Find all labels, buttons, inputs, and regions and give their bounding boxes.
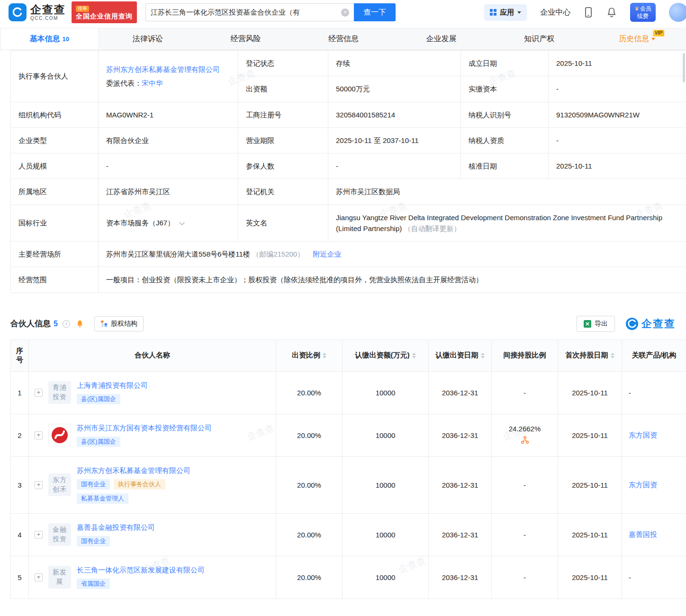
- column-header-sortable[interactable]: 出资比例: [276, 339, 343, 371]
- search-input[interactable]: [151, 9, 341, 17]
- sort-icon[interactable]: [412, 353, 416, 358]
- excel-icon: [584, 320, 591, 328]
- partner-name-link[interactable]: 苏州东方创禾私募基金管理有限公司: [77, 466, 190, 475]
- tab-history-info[interactable]: VIP 历史信息: [588, 28, 686, 50]
- tab-company-development[interactable]: 企业发展: [392, 28, 490, 50]
- subscribed-amount: 10000: [343, 556, 429, 598]
- row-index: 2: [11, 414, 29, 456]
- partner-name-link[interactable]: 长三角一体化示范区新发展建设有限公司: [77, 566, 205, 575]
- enterprise-center-link[interactable]: 企业中心: [540, 8, 570, 18]
- field-label: 登记机关: [238, 179, 328, 205]
- column-header-sortable[interactable]: 认缴出资额(万元): [343, 339, 429, 371]
- basic-info-table: 执行事务合伙人 苏州东方创禾私募基金管理有限公司 委派代表：宋中华 登记状态 存…: [10, 50, 686, 293]
- row-index: 5: [11, 556, 29, 598]
- partner-avatar: 东方创禾: [48, 473, 71, 496]
- delegate-name-link[interactable]: 宋中华: [142, 79, 163, 87]
- related-product-link[interactable]: 东方国资: [629, 481, 657, 489]
- related-product-link[interactable]: 嘉善国投: [629, 530, 657, 538]
- auto-translate-refresh-link[interactable]: （自动翻译更新）: [404, 224, 460, 232]
- field-value: 资本市场服务（J67）: [99, 205, 238, 241]
- partner-logo: [48, 424, 71, 446]
- field-label: 组织机构代码: [11, 102, 99, 127]
- related-product-link[interactable]: 东方国资: [629, 431, 657, 439]
- subscribed-date: 2036-12-31: [429, 556, 492, 598]
- indirect-ratio: -: [492, 456, 558, 513]
- equity-structure-button[interactable]: 股权结构: [94, 316, 144, 331]
- nearby-companies-link[interactable]: 附近企业: [313, 250, 341, 258]
- member-renew-badge[interactable]: ♛会员 续费: [630, 3, 656, 22]
- search-bar: × 查一下: [145, 3, 396, 21]
- mobile-app-icon[interactable]: [584, 7, 593, 18]
- subscribed-date: 2036-12-31: [429, 456, 492, 513]
- subscribed-amount: 10000: [343, 414, 429, 456]
- qcc-logo-name: 企查查: [30, 4, 66, 15]
- qcc-logo[interactable]: 企查查 QCC.COM: [9, 3, 66, 21]
- field-value: 苏州市吴江区数据局: [328, 179, 686, 205]
- first-holding-date: 2025-10-11: [558, 456, 622, 513]
- subscribed-date: 2036-12-31: [429, 513, 492, 556]
- apps-menu[interactable]: 应用: [484, 4, 527, 21]
- grid-icon: [490, 9, 496, 16]
- tab-business-risk[interactable]: 经营风险: [197, 28, 295, 50]
- expand-row-button[interactable]: +: [35, 481, 43, 489]
- first-holding-date: 2025-10-11: [558, 371, 622, 414]
- column-header: 间接持股比例: [492, 339, 558, 371]
- indirect-ratio: -: [492, 371, 558, 414]
- expand-row-button[interactable]: +: [35, 431, 43, 439]
- tab-count-badge: 10: [63, 36, 69, 43]
- monitor-bell-icon[interactable]: [76, 320, 84, 328]
- subscribed-amount: 10000: [343, 371, 429, 414]
- industry-expand-icon[interactable]: [180, 220, 185, 225]
- notifications-bell-icon[interactable]: [606, 7, 617, 18]
- column-header-sortable[interactable]: 首次持股日期: [558, 339, 622, 371]
- clear-search-icon[interactable]: ×: [341, 9, 349, 17]
- tab-bar: 基本信息 10 法律诉讼 经营风险 经营信息 企业发展 知识产权 VIP 历史信…: [0, 28, 686, 50]
- column-header: 序号: [11, 339, 29, 371]
- field-value: -: [99, 153, 238, 179]
- org-chart-icon: [100, 320, 108, 327]
- field-value: 苏州市吴江区黎里镇汾湖大道558号6号楼11楼 （邮编215200） 附近企业: [99, 241, 686, 267]
- capital-ratio: 20.00%: [276, 414, 343, 456]
- partner-name-link[interactable]: 嘉善县金融投资有限公司: [77, 523, 155, 532]
- tab-intellectual-property[interactable]: 知识产权: [490, 28, 588, 50]
- export-button[interactable]: 导出: [577, 316, 615, 332]
- tab-business-info[interactable]: 经营信息: [295, 28, 393, 50]
- partners-title: 合伙人信息: [10, 318, 51, 329]
- capital-ratio: 20.00%: [276, 513, 343, 556]
- scrollbar-thumb[interactable]: [683, 53, 685, 82]
- info-icon[interactable]: i: [63, 320, 70, 328]
- subscribed-amount: 10000: [343, 513, 429, 556]
- expand-row-button[interactable]: +: [35, 531, 43, 539]
- partners-section-header: 合伙人信息 5 i 股权结构 导出: [10, 316, 676, 332]
- partner-tag: 国有企业: [77, 479, 110, 490]
- exec-partner-company-link[interactable]: 苏州东方创禾私募基金管理有限公司: [106, 65, 220, 73]
- table-row: 2 + 苏州市吴江东方国有资本投资经营有限公司 县(区)属国企: [11, 414, 686, 456]
- user-avatar[interactable]: [669, 3, 686, 22]
- expand-row-button[interactable]: +: [35, 389, 43, 397]
- partner-name-link[interactable]: 上海青浦投资有限公司: [77, 381, 148, 390]
- table-row: 5 + 新发展 长三角一体化示范区新发展建设有限公司 省属国企 20.00% 1…: [11, 556, 686, 598]
- expand-row-button[interactable]: +: [35, 573, 43, 581]
- search-button[interactable]: 查一下: [354, 3, 396, 21]
- sort-icon[interactable]: [323, 353, 326, 358]
- field-value: 2025-10-11 至 2037-10-11: [328, 127, 461, 153]
- partner-tag: 县(区)属国企: [77, 437, 120, 447]
- sort-icon[interactable]: [611, 353, 614, 358]
- field-label: 纳税人资质: [461, 127, 549, 153]
- tab-legal-litigation[interactable]: 法律诉讼: [99, 28, 197, 50]
- sort-icon[interactable]: [481, 353, 485, 358]
- partner-avatar: 新发展: [48, 566, 71, 589]
- tab-basic-info[interactable]: 基本信息 10: [0, 28, 99, 50]
- field-label: 登记状态: [238, 51, 328, 76]
- equity-path-icon[interactable]: [521, 436, 529, 444]
- subscribed-amount: 10000: [343, 456, 429, 513]
- field-value: Jiangsu Yangtze River Delta Integrated D…: [328, 205, 686, 241]
- table-row: 3 + 东方创禾 苏州东方创禾私募基金管理有限公司 国有企业 执行事务合伙人 私…: [11, 456, 686, 513]
- partner-name-link[interactable]: 苏州市吴江东方国有资本投资经营有限公司: [77, 424, 212, 433]
- apps-label: 应用: [500, 8, 514, 17]
- column-header-sortable[interactable]: 认缴出资日期: [429, 339, 492, 371]
- crown-icon: ♛: [634, 6, 639, 11]
- subscribed-date: 2036-12-31: [429, 414, 492, 456]
- field-value: MAG0WNR2-1: [99, 102, 238, 127]
- indirect-ratio: -: [492, 556, 558, 598]
